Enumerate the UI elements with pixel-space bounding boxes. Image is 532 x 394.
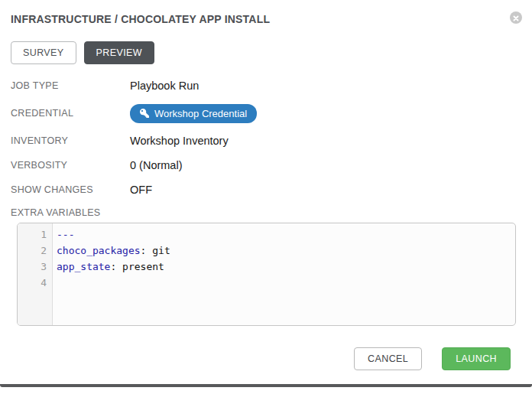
show-changes-label: SHOW CHANGES	[11, 184, 130, 195]
code-line: choco_packages: git	[57, 243, 515, 259]
yaml-key: choco_packages	[57, 245, 141, 256]
credential-badge: Workshop Credential	[130, 104, 257, 123]
detail-row-job-type: JOB TYPE Playbook Run	[11, 73, 532, 98]
detail-row-credential: CREDENTIAL Workshop Credential	[11, 98, 532, 129]
tab-preview[interactable]: PREVIEW	[84, 41, 154, 64]
detail-row-show-changes: SHOW CHANGES OFF	[11, 177, 532, 202]
code-line	[57, 275, 515, 291]
close-icon	[513, 11, 519, 24]
inventory-value: Workshop Inventory	[130, 135, 229, 147]
yaml-doc-start: ---	[57, 229, 74, 240]
line-number: 2	[18, 243, 47, 259]
credential-label: CREDENTIAL	[11, 108, 130, 119]
show-changes-value: OFF	[130, 184, 152, 196]
yaml-key: app_state	[57, 261, 110, 272]
launch-button[interactable]: LAUNCH	[442, 347, 511, 370]
extra-variables-label: EXTRA VARIABLES	[11, 207, 532, 218]
code-line: app_state: present	[57, 259, 515, 275]
job-launch-preview-modal: INFRASTRUCTURE / CHOCOLATEY APP INSTALL …	[0, 0, 532, 394]
code-line: ---	[57, 226, 515, 243]
detail-row-inventory: INVENTORY Workshop Inventory	[11, 129, 532, 153]
verbosity-label: VERBOSITY	[11, 160, 130, 171]
line-number: 4	[18, 275, 47, 291]
verbosity-value: 0 (Normal)	[130, 159, 182, 171]
job-type-label: JOB TYPE	[11, 80, 130, 91]
yaml-value: : present	[110, 261, 164, 272]
job-details: JOB TYPE Playbook Run CREDENTIAL Worksho…	[11, 73, 532, 202]
close-button[interactable]	[510, 11, 522, 24]
line-number: 3	[18, 259, 47, 275]
page-title: INFRASTRUCTURE / CHOCOLATEY APP INSTALL	[11, 0, 532, 25]
line-number: 1	[18, 226, 47, 243]
inventory-label: INVENTORY	[11, 135, 130, 146]
modal-footer: CANCEL LAUNCH	[11, 347, 532, 370]
tab-survey[interactable]: SURVEY	[11, 41, 76, 64]
modal-bottom-edge	[0, 384, 532, 387]
key-icon	[140, 109, 149, 118]
editor-code-area[interactable]: --- choco_packages: git app_state: prese…	[53, 223, 515, 325]
tab-bar: SURVEY PREVIEW	[11, 41, 532, 64]
editor-line-number-gutter: 1 2 3 4	[18, 223, 53, 325]
extra-variables-editor[interactable]: 1 2 3 4 --- choco_packages: git app_stat…	[17, 223, 516, 326]
credential-badge-label: Workshop Credential	[154, 108, 247, 119]
yaml-value: : git	[141, 245, 170, 256]
detail-row-verbosity: VERBOSITY 0 (Normal)	[11, 153, 532, 177]
job-type-value: Playbook Run	[130, 80, 199, 92]
cancel-button[interactable]: CANCEL	[354, 347, 422, 370]
